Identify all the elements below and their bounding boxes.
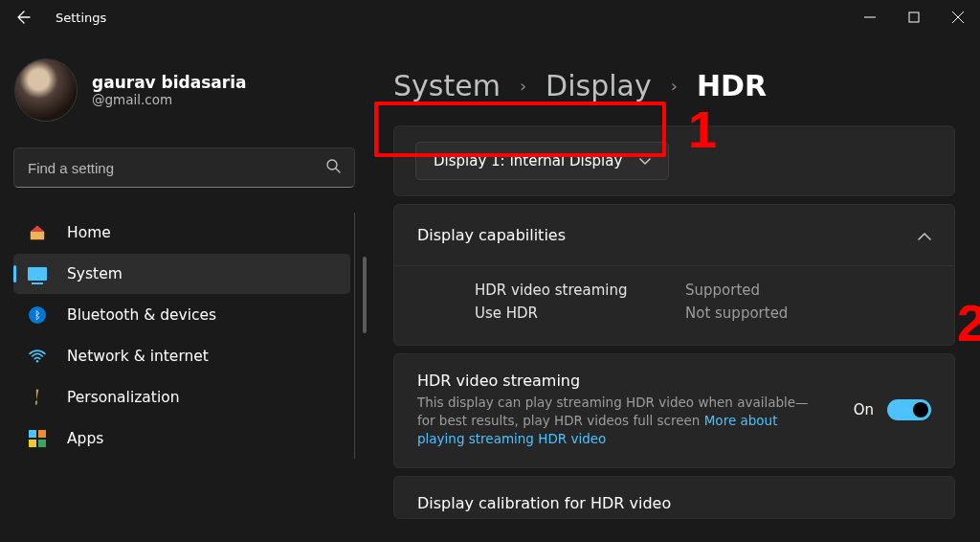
sidebar-scrollbar[interactable]	[363, 257, 367, 333]
sidebar-item-label: Bluetooth & devices	[67, 306, 216, 324]
sidebar-item-bluetooth[interactable]: ᛒ Bluetooth & devices	[13, 295, 350, 335]
svg-point-1	[327, 160, 337, 169]
chevron-right-icon: ›	[520, 76, 526, 96]
capability-label: HDR video streaming	[475, 282, 637, 299]
search-box[interactable]	[13, 147, 355, 188]
sidebar-item-label: Home	[67, 224, 111, 241]
wifi-icon	[27, 346, 48, 367]
capability-value: Supported	[685, 282, 760, 299]
avatar	[15, 59, 77, 121]
window-title: Settings	[56, 11, 106, 25]
sidebar-item-apps[interactable]: Apps	[13, 418, 350, 459]
breadcrumb-current: HDR	[697, 69, 767, 102]
minimize-button[interactable]	[848, 0, 892, 34]
svg-rect-0	[909, 12, 919, 22]
capability-label: Use HDR	[475, 305, 637, 322]
back-button[interactable]	[6, 0, 40, 34]
profile-name: gaurav bidasaria	[92, 73, 247, 92]
chevron-down-icon	[639, 152, 651, 169]
breadcrumb-system[interactable]: System	[393, 69, 501, 102]
display-selector-label: Display 1: Internal Display	[434, 152, 622, 169]
user-profile[interactable]: gaurav bidasaria @gmail.com	[13, 54, 355, 138]
system-icon	[27, 263, 48, 284]
chevron-up-icon	[918, 226, 931, 244]
display-selector[interactable]: Display 1: Internal Display	[415, 142, 669, 180]
capabilities-title: Display capabilities	[417, 226, 566, 244]
chevron-right-icon: ›	[671, 76, 678, 96]
hdr-calibration-card[interactable]: Display calibration for HDR video	[393, 476, 955, 519]
home-icon	[27, 222, 48, 243]
sidebar-item-network[interactable]: Network & internet	[13, 336, 350, 376]
sidebar-item-label: System	[67, 265, 122, 282]
calibration-title: Display calibration for HDR video	[417, 494, 931, 512]
brush-icon	[27, 387, 48, 408]
maximize-button[interactable]	[892, 0, 936, 34]
hdr-video-streaming-card: HDR video streaming This display can pla…	[393, 353, 955, 468]
breadcrumb-display[interactable]: Display	[546, 69, 652, 102]
annotation-number-2: 2	[957, 293, 980, 352]
close-button[interactable]	[936, 0, 980, 34]
hdr-streaming-title: HDR video streaming	[417, 372, 825, 390]
apps-icon	[27, 428, 48, 449]
svg-point-2	[36, 360, 38, 362]
display-selector-card: Display 1: Internal Display	[393, 125, 955, 196]
capability-row: Use HDR Not supported	[475, 305, 931, 322]
capability-row: HDR video streaming Supported	[475, 282, 931, 299]
sidebar-item-system[interactable]: System	[13, 254, 350, 294]
toggle-state-label: On	[854, 401, 874, 418]
search-icon	[325, 158, 341, 177]
hdr-streaming-description: This display can play streaming HDR vide…	[417, 394, 825, 448]
capability-value: Not supported	[685, 305, 788, 322]
sidebar-item-personalization[interactable]: Personalization	[13, 377, 350, 418]
display-capabilities-header[interactable]: Display capabilities	[394, 205, 954, 265]
search-input[interactable]	[28, 160, 325, 176]
display-capabilities-card: Display capabilities HDR video streaming…	[393, 204, 955, 346]
sidebar-item-label: Apps	[67, 430, 103, 447]
sidebar-item-label: Personalization	[67, 389, 180, 406]
sidebar-item-label: Network & internet	[67, 348, 209, 365]
sidebar-item-home[interactable]: Home	[13, 213, 350, 253]
bluetooth-icon: ᛒ	[27, 305, 48, 326]
hdr-streaming-toggle[interactable]	[887, 399, 931, 420]
profile-email: @gmail.com	[92, 92, 247, 107]
breadcrumb: System › Display › HDR	[393, 69, 955, 102]
